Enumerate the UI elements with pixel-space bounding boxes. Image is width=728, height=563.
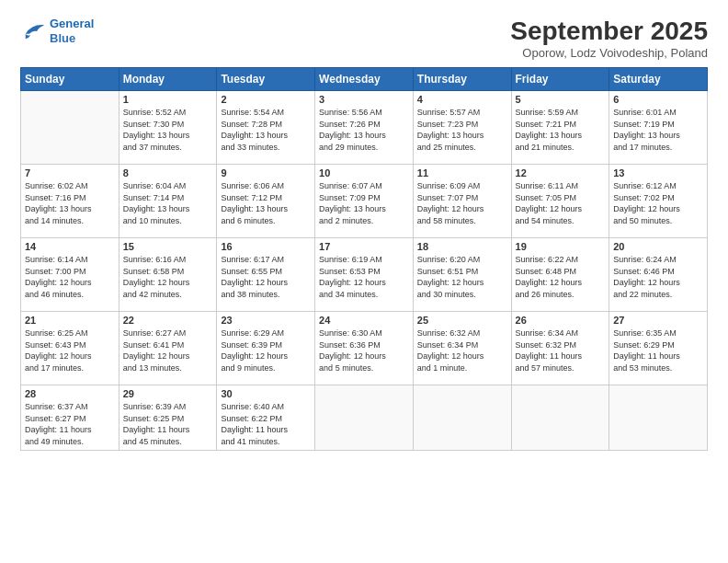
day-number: 20 <box>613 241 703 252</box>
day-info: Sunrise: 6:06 AM Sunset: 7:12 PM Dayligh… <box>221 180 311 226</box>
month-title: September 2025 <box>510 17 708 46</box>
day-number: 10 <box>319 167 409 178</box>
table-row: 18Sunrise: 6:20 AM Sunset: 6:51 PM Dayli… <box>413 238 511 312</box>
table-row: 11Sunrise: 6:09 AM Sunset: 7:07 PM Dayli… <box>413 165 511 238</box>
day-info: Sunrise: 6:22 AM Sunset: 6:48 PM Dayligh… <box>516 254 606 300</box>
day-info: Sunrise: 6:25 AM Sunset: 6:43 PM Dayligh… <box>25 327 115 373</box>
table-row <box>511 385 609 451</box>
day-number: 6 <box>613 94 703 105</box>
table-row: 9Sunrise: 6:06 AM Sunset: 7:12 PM Daylig… <box>217 165 315 238</box>
day-info: Sunrise: 5:59 AM Sunset: 7:21 PM Dayligh… <box>516 107 606 153</box>
table-row <box>413 385 511 451</box>
day-number: 8 <box>123 167 213 178</box>
day-number: 16 <box>221 241 311 252</box>
day-info: Sunrise: 6:02 AM Sunset: 7:16 PM Dayligh… <box>25 180 115 226</box>
day-info: Sunrise: 5:54 AM Sunset: 7:28 PM Dayligh… <box>221 107 311 153</box>
table-row: 27Sunrise: 6:35 AM Sunset: 6:29 PM Dayli… <box>609 312 708 385</box>
table-row: 4Sunrise: 5:57 AM Sunset: 7:23 PM Daylig… <box>413 91 511 165</box>
table-row: 16Sunrise: 6:17 AM Sunset: 6:55 PM Dayli… <box>217 238 315 312</box>
day-info: Sunrise: 6:17 AM Sunset: 6:55 PM Dayligh… <box>221 254 311 300</box>
table-row: 10Sunrise: 6:07 AM Sunset: 7:09 PM Dayli… <box>315 165 414 238</box>
table-row: 17Sunrise: 6:19 AM Sunset: 6:53 PM Dayli… <box>315 238 414 312</box>
table-row: 14Sunrise: 6:14 AM Sunset: 7:00 PM Dayli… <box>21 238 119 312</box>
day-info: Sunrise: 6:32 AM Sunset: 6:34 PM Dayligh… <box>417 327 507 373</box>
day-info: Sunrise: 6:35 AM Sunset: 6:29 PM Dayligh… <box>613 327 703 373</box>
day-info: Sunrise: 6:11 AM Sunset: 7:05 PM Dayligh… <box>516 180 606 226</box>
table-row <box>315 385 414 451</box>
table-row: 8Sunrise: 6:04 AM Sunset: 7:14 PM Daylig… <box>119 165 217 238</box>
day-info: Sunrise: 6:24 AM Sunset: 6:46 PM Dayligh… <box>613 254 703 300</box>
day-info: Sunrise: 6:20 AM Sunset: 6:51 PM Dayligh… <box>417 254 507 300</box>
table-row: 13Sunrise: 6:12 AM Sunset: 7:02 PM Dayli… <box>609 165 708 238</box>
header: General Blue September 2025 Oporow, Lodz… <box>20 17 708 60</box>
day-number: 28 <box>25 388 115 399</box>
day-number: 22 <box>123 315 213 326</box>
table-row: 3Sunrise: 5:56 AM Sunset: 7:26 PM Daylig… <box>315 91 414 165</box>
table-row: 2Sunrise: 5:54 AM Sunset: 7:28 PM Daylig… <box>217 91 315 165</box>
table-row: 28Sunrise: 6:37 AM Sunset: 6:27 PM Dayli… <box>21 385 119 451</box>
logo-text: General Blue <box>50 17 94 45</box>
day-info: Sunrise: 6:09 AM Sunset: 7:07 PM Dayligh… <box>417 180 507 226</box>
calendar-header-row: Sunday Monday Tuesday Wednesday Thursday… <box>21 68 708 91</box>
day-number: 12 <box>516 167 606 178</box>
table-row: 19Sunrise: 6:22 AM Sunset: 6:48 PM Dayli… <box>511 238 609 312</box>
day-info: Sunrise: 6:16 AM Sunset: 6:58 PM Dayligh… <box>123 254 213 300</box>
table-row: 6Sunrise: 6:01 AM Sunset: 7:19 PM Daylig… <box>609 91 708 165</box>
day-info: Sunrise: 6:34 AM Sunset: 6:32 PM Dayligh… <box>516 327 606 373</box>
table-row: 30Sunrise: 6:40 AM Sunset: 6:22 PM Dayli… <box>217 385 315 451</box>
header-friday: Friday <box>511 68 609 91</box>
table-row: 1Sunrise: 5:52 AM Sunset: 7:30 PM Daylig… <box>119 91 217 165</box>
day-number: 23 <box>221 315 311 326</box>
day-number: 11 <box>417 167 507 178</box>
day-info: Sunrise: 6:14 AM Sunset: 7:00 PM Dayligh… <box>25 254 115 300</box>
day-number: 4 <box>417 94 507 105</box>
day-number: 24 <box>319 315 409 326</box>
day-number: 2 <box>221 94 311 105</box>
day-number: 14 <box>25 241 115 252</box>
table-row: 29Sunrise: 6:39 AM Sunset: 6:25 PM Dayli… <box>119 385 217 451</box>
logo: General Blue <box>20 17 94 45</box>
header-saturday: Saturday <box>609 68 708 91</box>
day-number: 13 <box>613 167 703 178</box>
table-row <box>21 91 119 165</box>
table-row: 26Sunrise: 6:34 AM Sunset: 6:32 PM Dayli… <box>511 312 609 385</box>
day-info: Sunrise: 6:39 AM Sunset: 6:25 PM Dayligh… <box>123 401 213 447</box>
day-number: 19 <box>516 241 606 252</box>
table-row: 7Sunrise: 6:02 AM Sunset: 7:16 PM Daylig… <box>21 165 119 238</box>
table-row: 20Sunrise: 6:24 AM Sunset: 6:46 PM Dayli… <box>609 238 708 312</box>
day-number: 25 <box>417 315 507 326</box>
day-number: 27 <box>613 315 703 326</box>
day-info: Sunrise: 6:19 AM Sunset: 6:53 PM Dayligh… <box>319 254 409 300</box>
day-number: 26 <box>516 315 606 326</box>
table-row: 24Sunrise: 6:30 AM Sunset: 6:36 PM Dayli… <box>315 312 414 385</box>
calendar-page: General Blue September 2025 Oporow, Lodz… <box>0 0 728 563</box>
day-info: Sunrise: 6:04 AM Sunset: 7:14 PM Dayligh… <box>123 180 213 226</box>
title-block: September 2025 Oporow, Lodz Voivodeship,… <box>510 17 708 60</box>
table-row: 5Sunrise: 5:59 AM Sunset: 7:21 PM Daylig… <box>511 91 609 165</box>
day-info: Sunrise: 5:57 AM Sunset: 7:23 PM Dayligh… <box>417 107 507 153</box>
day-number: 21 <box>25 315 115 326</box>
day-info: Sunrise: 5:52 AM Sunset: 7:30 PM Dayligh… <box>123 107 213 153</box>
table-row: 22Sunrise: 6:27 AM Sunset: 6:41 PM Dayli… <box>119 312 217 385</box>
day-info: Sunrise: 6:40 AM Sunset: 6:22 PM Dayligh… <box>221 401 311 447</box>
day-number: 3 <box>319 94 409 105</box>
day-number: 17 <box>319 241 409 252</box>
header-tuesday: Tuesday <box>217 68 315 91</box>
logo-icon <box>20 21 46 41</box>
header-thursday: Thursday <box>413 68 511 91</box>
day-info: Sunrise: 6:01 AM Sunset: 7:19 PM Dayligh… <box>613 107 703 153</box>
day-number: 29 <box>123 388 213 399</box>
table-row: 23Sunrise: 6:29 AM Sunset: 6:39 PM Dayli… <box>217 312 315 385</box>
day-number: 15 <box>123 241 213 252</box>
day-number: 18 <box>417 241 507 252</box>
table-row: 15Sunrise: 6:16 AM Sunset: 6:58 PM Dayli… <box>119 238 217 312</box>
day-number: 9 <box>221 167 311 178</box>
day-info: Sunrise: 6:12 AM Sunset: 7:02 PM Dayligh… <box>613 180 703 226</box>
day-info: Sunrise: 6:27 AM Sunset: 6:41 PM Dayligh… <box>123 327 213 373</box>
header-wednesday: Wednesday <box>315 68 414 91</box>
header-sunday: Sunday <box>21 68 119 91</box>
table-row: 25Sunrise: 6:32 AM Sunset: 6:34 PM Dayli… <box>413 312 511 385</box>
day-number: 5 <box>516 94 606 105</box>
day-info: Sunrise: 6:30 AM Sunset: 6:36 PM Dayligh… <box>319 327 409 373</box>
day-info: Sunrise: 6:37 AM Sunset: 6:27 PM Dayligh… <box>25 401 115 447</box>
